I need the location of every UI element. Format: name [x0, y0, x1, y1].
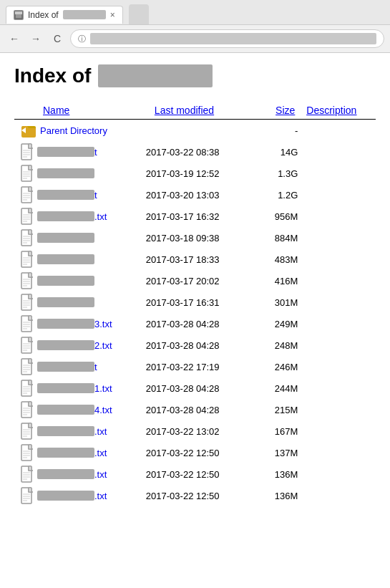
- file-name-cell: .txt: [14, 485, 140, 506]
- col-header-size[interactable]: Size: [262, 102, 301, 120]
- file-icon: [20, 337, 34, 354]
- file-table: Name Last modified Size Description Pa: [14, 102, 376, 506]
- file-date-cell: 2017-03-17 16:31: [140, 291, 262, 313]
- sort-by-name[interactable]: Name: [43, 105, 69, 116]
- file-icon: [20, 466, 34, 483]
- file-icon: [20, 165, 34, 182]
- file-link[interactable]: .txt: [94, 211, 107, 222]
- file-desc-cell: [301, 377, 376, 399]
- nav-bar: ← → C ⓘ: [0, 24, 390, 52]
- file-link[interactable]: t: [94, 147, 97, 158]
- table-row: t 2017-03-22 08:38 14G: [14, 141, 376, 163]
- tab-bar: Index of ×: [0, 0, 390, 24]
- file-date-cell: 2017-03-22 12:50: [140, 463, 262, 485]
- parent-dir-cell: Parent Directory: [14, 120, 140, 142]
- file-size-cell: 244M: [262, 377, 301, 399]
- refresh-button[interactable]: C: [49, 30, 66, 47]
- svg-marker-34: [29, 230, 31, 234]
- file-link[interactable]: .txt: [94, 469, 107, 480]
- svg-marker-90: [29, 402, 31, 406]
- browser-chrome: Index of × ← → C ⓘ: [0, 0, 390, 53]
- file-name-cell: [14, 249, 140, 270]
- file-link[interactable]: 4.txt: [94, 405, 112, 415]
- file-size-cell: 1.3G: [262, 163, 301, 184]
- page-title: Index of: [14, 64, 376, 87]
- sort-by-date[interactable]: Last modified: [155, 105, 214, 116]
- file-name-cell: .txt: [14, 463, 140, 485]
- file-desc-cell: [301, 163, 376, 184]
- file-link[interactable]: t: [94, 362, 97, 372]
- svg-marker-41: [29, 251, 31, 256]
- sort-by-description[interactable]: Description: [306, 105, 356, 116]
- file-name-cell: .txt: [14, 420, 140, 442]
- file-link[interactable]: 1.txt: [94, 383, 112, 394]
- file-link[interactable]: 2.txt: [94, 340, 112, 351]
- col-header-last-modified[interactable]: Last modified: [140, 102, 262, 120]
- table-row: t 2017-03-22 17:19 246M: [14, 356, 376, 377]
- file-desc-cell: [301, 141, 376, 163]
- file-name-cell: 3.txt: [14, 313, 140, 334]
- file-link[interactable]: 3.txt: [94, 319, 112, 329]
- file-icon: [20, 423, 34, 440]
- parent-dir-link[interactable]: Parent Directory: [40, 125, 107, 136]
- svg-rect-1: [15, 11, 22, 14]
- table-row: t 2017-03-20 13:03 1.2G: [14, 184, 376, 206]
- parent-size-cell: -: [262, 120, 301, 142]
- file-size-cell: 136M: [262, 463, 301, 485]
- file-link[interactable]: .txt: [94, 491, 107, 501]
- table-row: .txt 2017-03-17 16:32 956M: [14, 206, 376, 227]
- file-date-cell: 2017-03-28 04:28: [140, 399, 262, 420]
- tab-title: Index of: [28, 10, 59, 20]
- svg-marker-20: [29, 187, 31, 191]
- active-tab[interactable]: Index of ×: [6, 6, 123, 24]
- address-text[interactable]: [90, 33, 376, 44]
- parent-date-cell: [140, 120, 262, 142]
- svg-marker-27: [29, 208, 31, 213]
- file-link[interactable]: .txt: [94, 448, 107, 458]
- file-icon: [20, 380, 34, 397]
- tab-close-button[interactable]: ×: [110, 10, 115, 20]
- file-size-cell: 248M: [262, 334, 301, 356]
- file-icon: [20, 208, 34, 225]
- file-date-cell: 2017-03-17 20:02: [140, 270, 262, 291]
- svg-marker-76: [29, 359, 31, 363]
- svg-marker-55: [29, 294, 31, 299]
- file-size-cell: 137M: [262, 442, 301, 463]
- file-size-cell: 301M: [262, 291, 301, 313]
- file-size-cell: 215M: [262, 399, 301, 420]
- file-desc-cell: [301, 227, 376, 249]
- address-bar[interactable]: ⓘ: [70, 29, 384, 48]
- file-link[interactable]: t: [94, 190, 97, 201]
- file-icon: [20, 272, 34, 289]
- file-desc-cell: [301, 485, 376, 506]
- svg-marker-6: [29, 144, 31, 148]
- file-date-cell: 2017-03-18 09:38: [140, 227, 262, 249]
- file-icon: [20, 229, 34, 246]
- file-desc-cell: [301, 291, 376, 313]
- table-row: .txt 2017-03-22 13:02 167M: [14, 420, 376, 442]
- back-button[interactable]: ←: [6, 30, 23, 47]
- svg-marker-48: [29, 273, 31, 277]
- forward-button[interactable]: →: [27, 30, 44, 47]
- table-header-row: Name Last modified Size Description: [14, 102, 376, 120]
- file-date-cell: 2017-03-17 18:33: [140, 249, 262, 270]
- file-name-cell: .txt: [14, 442, 140, 463]
- file-size-cell: 416M: [262, 270, 301, 291]
- lock-icon: ⓘ: [78, 34, 86, 44]
- col-header-name[interactable]: Name: [14, 102, 140, 120]
- table-row: .txt 2017-03-22 12:50 136M: [14, 485, 376, 506]
- sort-by-size[interactable]: Size: [276, 105, 295, 116]
- parent-dir-icon: [20, 122, 37, 139]
- page-title-blur: [98, 64, 213, 87]
- file-name-cell: 4.txt: [14, 399, 140, 420]
- table-row: 2017-03-18 09:38 884M: [14, 227, 376, 249]
- file-date-cell: 2017-03-22 08:38: [140, 141, 262, 163]
- svg-marker-111: [29, 466, 31, 471]
- table-row: .txt 2017-03-22 12:50 136M: [14, 463, 376, 485]
- file-link[interactable]: .txt: [94, 426, 107, 437]
- table-row: 2017-03-17 16:31 301M: [14, 291, 376, 313]
- page-title-text: Index of: [14, 64, 91, 87]
- col-header-description[interactable]: Description: [301, 102, 376, 120]
- file-size-cell: 249M: [262, 313, 301, 334]
- file-size-cell: 1.2G: [262, 184, 301, 206]
